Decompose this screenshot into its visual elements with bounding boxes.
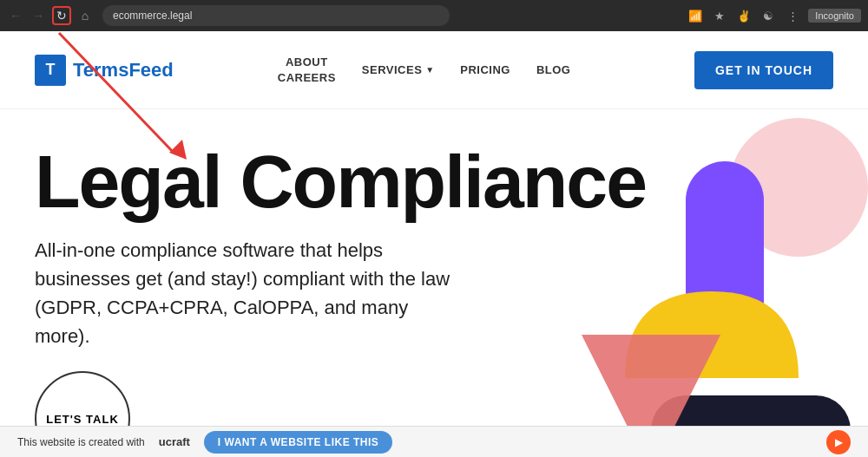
browser-toolbar-right: 📶 ★ ✌ ☯ ⋮ Incognito xyxy=(687,7,861,24)
back-button[interactable]: ← xyxy=(7,7,24,24)
nav-services[interactable]: SERVICES xyxy=(362,63,423,76)
profile-icon[interactable]: ✌ xyxy=(735,7,753,24)
play-button[interactable]: ▶ xyxy=(826,430,851,454)
logo-letter: T xyxy=(46,61,56,79)
nav-careers[interactable]: CAREERS xyxy=(278,71,336,85)
nav-about[interactable]: ABOUT xyxy=(286,55,328,69)
website-content: T TermsFeed ABOUT CAREERS SERVICES ▼ PRI… xyxy=(0,31,868,457)
reload-button[interactable]: ↻ xyxy=(52,6,71,25)
nav-services-wrapper[interactable]: SERVICES ▼ xyxy=(362,63,434,76)
extensions-icon[interactable]: ☯ xyxy=(760,7,777,24)
forward-button[interactable]: → xyxy=(30,7,47,24)
logo-icon: T xyxy=(35,55,66,86)
menu-icon[interactable]: ⋮ xyxy=(784,7,801,24)
nav-pricing[interactable]: PRICING xyxy=(460,63,510,76)
logo-text: TermsFeed xyxy=(73,59,174,82)
home-button[interactable]: ⌂ xyxy=(76,7,94,24)
nav-links: ABOUT CAREERS SERVICES ▼ PRICING BLOG xyxy=(278,55,694,84)
nav-about-careers[interactable]: ABOUT CAREERS xyxy=(278,55,336,84)
ucraft-brand: ucraft xyxy=(159,435,190,448)
cast-icon[interactable]: 📶 xyxy=(687,7,704,24)
hero-section: Legal Compliance All-in-one compliance s… xyxy=(0,109,868,457)
bookmark-icon[interactable]: ★ xyxy=(711,7,728,24)
nav-blog[interactable]: BLOG xyxy=(536,63,571,76)
address-bar[interactable]: ecommerce.legal xyxy=(102,5,450,26)
logo[interactable]: T TermsFeed xyxy=(35,55,174,86)
url-text: ecommerce.legal xyxy=(113,10,192,22)
incognito-badge: Incognito xyxy=(808,9,861,23)
get-in-touch-button[interactable]: GET IN TOUCH xyxy=(694,51,833,89)
hero-illustration xyxy=(477,109,868,457)
browser-chrome: ← → ↻ ⌂ ecommerce.legal 📶 ★ ✌ ☯ ⋮ Incogn… xyxy=(0,0,868,31)
navigation: T TermsFeed ABOUT CAREERS SERVICES ▼ PRI… xyxy=(0,31,868,109)
hero-description: All-in-one compliance software that help… xyxy=(35,236,460,350)
services-dropdown-icon: ▼ xyxy=(425,65,434,75)
bottom-bar: This website is created with ucraft I WA… xyxy=(0,426,868,457)
bottom-bar-prefix: This website is created with xyxy=(17,436,145,448)
website-cta-button[interactable]: I WANT A WEBSITE LIKE THIS xyxy=(204,431,392,454)
illustration-svg xyxy=(477,109,868,457)
